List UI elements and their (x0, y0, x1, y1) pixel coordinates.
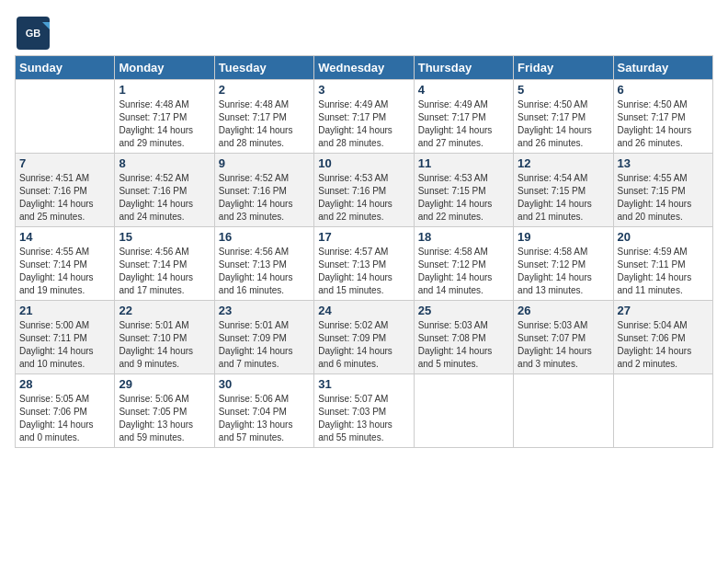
day-cell: 9Sunrise: 4:52 AM Sunset: 7:16 PM Daylig… (214, 154, 313, 227)
day-cell: 16Sunrise: 4:56 AM Sunset: 7:13 PM Dayli… (214, 227, 313, 301)
day-number: 12 (518, 156, 609, 170)
day-cell: 2Sunrise: 4:48 AM Sunset: 7:17 PM Daylig… (214, 80, 313, 154)
day-cell: 4Sunrise: 4:49 AM Sunset: 7:17 PM Daylig… (414, 80, 513, 154)
day-cell (16, 80, 115, 154)
day-number: 23 (219, 304, 310, 317)
day-cell: 8Sunrise: 4:52 AM Sunset: 7:16 PM Daylig… (115, 154, 214, 227)
day-number: 25 (418, 304, 509, 317)
day-info: Sunrise: 5:00 AM Sunset: 7:11 PM Dayligh… (19, 319, 110, 371)
day-cell: 10Sunrise: 4:53 AM Sunset: 7:16 PM Dayli… (314, 154, 414, 227)
day-info: Sunrise: 5:06 AM Sunset: 7:05 PM Dayligh… (119, 393, 210, 444)
svg-text:GB: GB (26, 28, 41, 39)
day-cell: 21Sunrise: 5:00 AM Sunset: 7:11 PM Dayli… (16, 301, 115, 374)
day-number: 20 (618, 230, 709, 244)
week-row-1: 1Sunrise: 4:48 AM Sunset: 7:17 PM Daylig… (16, 80, 713, 154)
day-number: 14 (19, 230, 110, 244)
day-cell: 3Sunrise: 4:49 AM Sunset: 7:17 PM Daylig… (314, 80, 414, 154)
day-cell (514, 374, 613, 448)
day-info: Sunrise: 5:03 AM Sunset: 7:08 PM Dayligh… (418, 319, 509, 371)
day-info: Sunrise: 4:52 AM Sunset: 7:16 PM Dayligh… (119, 172, 210, 224)
day-info: Sunrise: 5:05 AM Sunset: 7:06 PM Dayligh… (19, 393, 110, 444)
day-info: Sunrise: 4:58 AM Sunset: 7:12 PM Dayligh… (518, 246, 609, 297)
day-info: Sunrise: 5:02 AM Sunset: 7:09 PM Dayligh… (318, 319, 409, 371)
day-number: 26 (518, 304, 609, 317)
day-info: Sunrise: 4:53 AM Sunset: 7:15 PM Dayligh… (418, 172, 509, 224)
day-info: Sunrise: 5:06 AM Sunset: 7:04 PM Dayligh… (219, 393, 310, 444)
day-info: Sunrise: 4:56 AM Sunset: 7:13 PM Dayligh… (219, 246, 310, 297)
day-info: Sunrise: 5:07 AM Sunset: 7:03 PM Dayligh… (318, 393, 409, 444)
day-number: 18 (418, 230, 509, 244)
logo: GB (15, 15, 51, 48)
day-info: Sunrise: 5:01 AM Sunset: 7:10 PM Dayligh… (119, 319, 210, 371)
day-info: Sunrise: 4:57 AM Sunset: 7:13 PM Dayligh… (318, 246, 409, 297)
day-info: Sunrise: 4:54 AM Sunset: 7:15 PM Dayligh… (518, 172, 609, 224)
day-number: 4 (418, 83, 509, 97)
day-number: 8 (119, 156, 210, 170)
day-number: 31 (318, 377, 409, 391)
week-row-3: 14Sunrise: 4:55 AM Sunset: 7:14 PM Dayli… (16, 227, 713, 301)
day-info: Sunrise: 4:56 AM Sunset: 7:14 PM Dayligh… (119, 246, 210, 297)
day-number: 24 (318, 304, 409, 317)
day-number: 16 (219, 230, 310, 244)
day-cell: 7Sunrise: 4:51 AM Sunset: 7:16 PM Daylig… (16, 154, 115, 227)
day-number: 6 (618, 83, 709, 97)
day-cell: 5Sunrise: 4:50 AM Sunset: 7:17 PM Daylig… (514, 80, 613, 154)
day-info: Sunrise: 4:48 AM Sunset: 7:17 PM Dayligh… (219, 98, 310, 150)
day-info: Sunrise: 5:03 AM Sunset: 7:07 PM Dayligh… (518, 319, 609, 371)
week-row-2: 7Sunrise: 4:51 AM Sunset: 7:16 PM Daylig… (16, 154, 713, 227)
day-cell: 27Sunrise: 5:04 AM Sunset: 7:06 PM Dayli… (613, 301, 712, 374)
day-cell: 19Sunrise: 4:58 AM Sunset: 7:12 PM Dayli… (514, 227, 613, 301)
day-cell (613, 374, 712, 448)
weekday-header-monday: Monday (115, 56, 214, 80)
weekday-header-friday: Friday (514, 56, 613, 80)
day-info: Sunrise: 5:04 AM Sunset: 7:06 PM Dayligh… (618, 319, 709, 371)
day-number: 3 (318, 83, 409, 97)
day-info: Sunrise: 4:55 AM Sunset: 7:14 PM Dayligh… (19, 246, 110, 297)
day-cell: 15Sunrise: 4:56 AM Sunset: 7:14 PM Dayli… (115, 227, 214, 301)
day-info: Sunrise: 4:51 AM Sunset: 7:16 PM Dayligh… (19, 172, 110, 224)
calendar-body: 1Sunrise: 4:48 AM Sunset: 7:17 PM Daylig… (16, 80, 713, 448)
day-cell: 1Sunrise: 4:48 AM Sunset: 7:17 PM Daylig… (115, 80, 214, 154)
day-info: Sunrise: 4:55 AM Sunset: 7:15 PM Dayligh… (618, 172, 709, 224)
page-header: GB (15, 15, 713, 48)
day-number: 19 (518, 230, 609, 244)
day-info: Sunrise: 4:49 AM Sunset: 7:17 PM Dayligh… (318, 98, 409, 150)
day-number: 11 (418, 156, 509, 170)
day-cell: 6Sunrise: 4:50 AM Sunset: 7:17 PM Daylig… (613, 80, 712, 154)
day-info: Sunrise: 5:01 AM Sunset: 7:09 PM Dayligh… (219, 319, 310, 371)
day-number: 10 (318, 156, 409, 170)
day-number: 28 (19, 377, 110, 391)
logo-icon: GB (15, 15, 48, 48)
day-info: Sunrise: 4:50 AM Sunset: 7:17 PM Dayligh… (618, 98, 709, 150)
day-cell: 30Sunrise: 5:06 AM Sunset: 7:04 PM Dayli… (214, 374, 313, 448)
day-cell: 11Sunrise: 4:53 AM Sunset: 7:15 PM Dayli… (414, 154, 513, 227)
weekday-header-thursday: Thursday (414, 56, 513, 80)
day-cell: 22Sunrise: 5:01 AM Sunset: 7:10 PM Dayli… (115, 301, 214, 374)
day-cell: 24Sunrise: 5:02 AM Sunset: 7:09 PM Dayli… (314, 301, 414, 374)
weekday-header-wednesday: Wednesday (314, 56, 414, 80)
day-number: 7 (19, 156, 110, 170)
week-row-5: 28Sunrise: 5:05 AM Sunset: 7:06 PM Dayli… (16, 374, 713, 448)
day-cell: 18Sunrise: 4:58 AM Sunset: 7:12 PM Dayli… (414, 227, 513, 301)
weekday-header-sunday: Sunday (16, 56, 115, 80)
day-cell (414, 374, 513, 448)
day-cell: 25Sunrise: 5:03 AM Sunset: 7:08 PM Dayli… (414, 301, 513, 374)
day-cell: 31Sunrise: 5:07 AM Sunset: 7:03 PM Dayli… (314, 374, 414, 448)
day-cell: 28Sunrise: 5:05 AM Sunset: 7:06 PM Dayli… (16, 374, 115, 448)
day-cell: 13Sunrise: 4:55 AM Sunset: 7:15 PM Dayli… (613, 154, 712, 227)
calendar-table: SundayMondayTuesdayWednesdayThursdayFrid… (15, 55, 713, 448)
weekday-header-row: SundayMondayTuesdayWednesdayThursdayFrid… (16, 56, 713, 80)
day-number: 1 (119, 83, 210, 97)
day-number: 30 (219, 377, 310, 391)
day-info: Sunrise: 4:58 AM Sunset: 7:12 PM Dayligh… (418, 246, 509, 297)
week-row-4: 21Sunrise: 5:00 AM Sunset: 7:11 PM Dayli… (16, 301, 713, 374)
day-number: 15 (119, 230, 210, 244)
day-number: 29 (119, 377, 210, 391)
day-cell: 26Sunrise: 5:03 AM Sunset: 7:07 PM Dayli… (514, 301, 613, 374)
weekday-header-tuesday: Tuesday (214, 56, 313, 80)
day-cell: 20Sunrise: 4:59 AM Sunset: 7:11 PM Dayli… (613, 227, 712, 301)
day-info: Sunrise: 4:48 AM Sunset: 7:17 PM Dayligh… (119, 98, 210, 150)
day-info: Sunrise: 4:53 AM Sunset: 7:16 PM Dayligh… (318, 172, 409, 224)
day-number: 2 (219, 83, 310, 97)
day-cell: 12Sunrise: 4:54 AM Sunset: 7:15 PM Dayli… (514, 154, 613, 227)
